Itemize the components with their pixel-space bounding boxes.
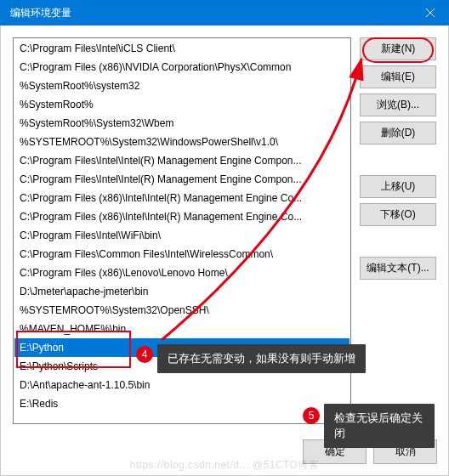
- list-item[interactable]: C:\Program Files\Intel\WiFi\bin\: [14, 226, 350, 245]
- list-item[interactable]: C:\Program Files\Intel\Intel(R) Manageme…: [14, 170, 350, 189]
- edit-button[interactable]: 编辑(E): [360, 65, 436, 88]
- list-item[interactable]: %SystemRoot%\system32: [14, 76, 350, 95]
- list-item[interactable]: C:\Program Files (x86)\Lenovo\Lenovo Hom…: [14, 264, 350, 282]
- list-item[interactable]: D:\Jmeter\apache-jmeter\bin: [14, 282, 350, 301]
- movedown-button[interactable]: 下移(O): [360, 203, 436, 226]
- moveup-button[interactable]: 上移(U): [360, 175, 436, 198]
- window-title: 编辑环境变量: [10, 6, 411, 20]
- edittext-button[interactable]: 编辑文本(T)...: [360, 257, 436, 280]
- list-item[interactable]: %SYSTEMROOT%\System32\WindowsPowerShell\…: [14, 133, 350, 151]
- close-button[interactable]: [411, 0, 449, 26]
- list-item[interactable]: C:\Program Files\Common Files\Intel\Wire…: [14, 245, 350, 264]
- new-button[interactable]: 新建(N): [360, 37, 436, 60]
- list-item[interactable]: C:\Program Files\Intel\iCLS Client\: [14, 39, 350, 58]
- list-item[interactable]: C:\Program Files\Intel\Intel(R) Manageme…: [14, 151, 350, 170]
- browse-button[interactable]: 浏览(B)...: [360, 94, 436, 116]
- footer-buttons: 确定 取消: [303, 439, 437, 464]
- ok-button[interactable]: 确定: [303, 439, 367, 464]
- list-item[interactable]: C:\Program Files (x86)\Intel\Intel(R) Ma…: [14, 189, 350, 207]
- list-item[interactable]: E:\Python\Scripts: [14, 357, 350, 376]
- close-icon: [426, 8, 435, 17]
- path-listbox[interactable]: C:\Program Files\Intel\iCLS Client\C:\Pr…: [13, 37, 351, 424]
- list-item[interactable]: %MAVEN_HOME%\bin: [14, 320, 350, 338]
- list-item[interactable]: E:\Redis: [14, 394, 350, 413]
- list-item[interactable]: %SystemRoot%\System32\Wbem: [14, 114, 350, 133]
- list-item[interactable]: D:\Ant\apache-ant-1.10.5\bin: [14, 376, 350, 394]
- list-item[interactable]: C:\Program Files (x86)\Intel\Intel(R) Ma…: [14, 207, 350, 226]
- dialog-content: C:\Program Files\Intel\iCLS Client\C:\Pr…: [0, 26, 449, 476]
- cancel-button[interactable]: 取消: [373, 439, 437, 464]
- list-item[interactable]: %SYSTEMROOT%\System32\OpenSSH\: [14, 301, 350, 320]
- list-item[interactable]: %SystemRoot%: [14, 95, 350, 114]
- list-item[interactable]: E:\Python: [14, 338, 350, 357]
- side-buttons: 新建(N) 编辑(E) 浏览(B)... 删除(D) 上移(U) 下移(O) 编…: [360, 37, 436, 424]
- titlebar: 编辑环境变量: [0, 0, 449, 26]
- delete-button[interactable]: 删除(D): [360, 122, 436, 144]
- list-item[interactable]: C:\Program Files (x86)\NVIDIA Corporatio…: [14, 58, 350, 76]
